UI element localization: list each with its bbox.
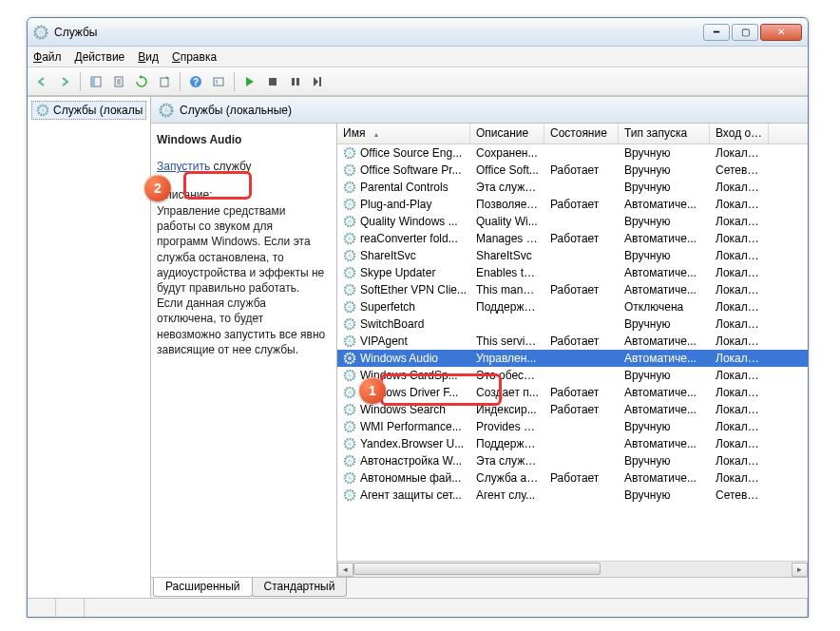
list-body[interactable]: Office Source Eng...Сохранен...ВручнуюЛо… xyxy=(337,144,808,561)
menu-file[interactable]: Файл xyxy=(33,50,62,64)
gear-icon xyxy=(36,104,49,117)
scroll-thumb[interactable] xyxy=(353,563,601,575)
gear-icon xyxy=(343,386,356,399)
service-logon: Локальна xyxy=(710,453,769,468)
service-row[interactable]: Skype UpdaterEnables th...Автоматиче...Л… xyxy=(337,264,808,281)
service-row[interactable]: Office Source Eng...Сохранен...ВручнуюЛо… xyxy=(337,144,808,162)
service-status: Работает xyxy=(544,470,619,486)
service-startup: Вручную xyxy=(619,163,710,178)
service-desc: Поддержи... xyxy=(470,436,544,451)
gear-icon xyxy=(343,163,356,177)
service-logon: Локальна xyxy=(710,265,769,280)
menu-help[interactable]: Справка xyxy=(172,50,217,64)
service-name: Quality Windows ... xyxy=(360,215,458,228)
col-description[interactable]: Описание xyxy=(470,124,544,143)
service-desc: Эта служб... xyxy=(470,453,544,468)
gear-icon xyxy=(343,266,356,279)
back-button[interactable] xyxy=(31,71,52,92)
tab-standard[interactable]: Стандартный xyxy=(252,578,348,597)
col-name[interactable]: Имя ▴ xyxy=(337,124,470,143)
service-startup: Автоматиче... xyxy=(619,351,710,366)
service-logon: Локальна xyxy=(710,385,769,400)
service-row[interactable]: reaConverter fold...Manages r...Работает… xyxy=(337,230,808,247)
service-row[interactable]: Plug-and-PlayПозволяет...РаботаетАвтомат… xyxy=(337,196,808,213)
service-logon: Локальна xyxy=(710,145,769,161)
service-row[interactable]: WMI Performance...Provides p...ВручнуюЛо… xyxy=(337,418,808,435)
services-icon xyxy=(33,25,48,40)
col-logon[interactable]: Вход от и xyxy=(710,124,769,143)
service-desc: This servic... xyxy=(470,334,544,349)
service-row[interactable]: VIPAgentThis servic...РаботаетАвтоматиче… xyxy=(337,333,808,350)
stop-service-button[interactable] xyxy=(262,71,283,92)
service-startup: Вручную xyxy=(619,488,710,503)
refresh-button[interactable] xyxy=(131,71,152,92)
service-row[interactable]: Windows Driver F...Создает п...РаботаетА… xyxy=(337,384,808,401)
restart-service-button[interactable] xyxy=(308,71,329,92)
service-row[interactable]: Автономные фай...Служба ав...РаботаетАвт… xyxy=(337,469,808,487)
service-startup: Вручную xyxy=(619,316,710,332)
service-row[interactable]: Quality Windows ...Quality Wi...ВручнуюЛ… xyxy=(337,213,808,230)
service-row[interactable]: Windows SearchИндексир...РаботаетАвтомат… xyxy=(337,401,808,418)
service-status xyxy=(544,323,619,325)
horizontal-scrollbar[interactable]: ◂ ▸ xyxy=(337,561,808,577)
service-row[interactable]: Windows CardSp...Это обесп...ВручнуюЛока… xyxy=(337,367,808,384)
tree-pane[interactable]: Службы (локалы xyxy=(28,97,151,598)
close-button[interactable]: ✕ xyxy=(760,24,802,41)
svg-point-41 xyxy=(348,339,352,343)
service-desc: Office Soft... xyxy=(470,163,544,178)
service-row[interactable]: Windows AudioУправлен...Автоматиче...Лок… xyxy=(337,350,808,367)
minimize-button[interactable]: ━ xyxy=(703,24,730,41)
properties-button[interactable] xyxy=(108,71,129,92)
show-hide-tree-button[interactable] xyxy=(86,71,106,92)
scroll-right-button[interactable]: ▸ xyxy=(792,563,808,577)
service-row[interactable]: SuperfetchПоддержи...ОтключенаЛокальна xyxy=(337,298,808,316)
service-desc: This mana... xyxy=(470,282,544,297)
svg-point-33 xyxy=(348,271,352,275)
start-link[interactable]: Запустить xyxy=(157,160,210,173)
menu-action[interactable]: Действие xyxy=(75,50,125,64)
svg-point-21 xyxy=(348,168,352,172)
tab-extended[interactable]: Расширенный xyxy=(153,578,253,597)
service-row[interactable]: SwitchBoardВручнуюЛокальна xyxy=(337,316,808,333)
service-row[interactable]: SoftEther VPN Clie...This mana...Работае… xyxy=(337,281,808,298)
service-logon: Локальна xyxy=(710,299,769,315)
service-logon: Локальна xyxy=(710,419,769,434)
maximize-button[interactable]: ▢ xyxy=(732,24,758,41)
service-row[interactable]: Автонастройка W...Эта служб...ВручнуюЛок… xyxy=(337,452,808,469)
service-startup: Вручную xyxy=(619,145,710,161)
service-name: WMI Performance... xyxy=(360,420,462,433)
services-list: Имя ▴ Описание Состояние Тип запуска Вхо… xyxy=(336,124,808,577)
help-button[interactable]: ? xyxy=(185,71,206,92)
menu-view[interactable]: Вид xyxy=(138,50,159,64)
svg-rect-13 xyxy=(319,77,321,86)
gear-icon xyxy=(343,283,356,296)
service-logon: Локальна xyxy=(710,231,769,246)
pause-service-button[interactable] xyxy=(285,71,306,92)
service-status xyxy=(544,220,619,222)
svg-rect-10 xyxy=(269,78,277,86)
service-name: Yandex.Browser U... xyxy=(360,437,464,450)
gear-icon xyxy=(343,471,356,485)
service-row[interactable]: Агент защиты сет...Агент слу...ВручнуюСе… xyxy=(337,487,808,504)
gear-icon xyxy=(343,300,356,314)
service-row[interactable]: Parental ControlsЭта служб...ВручнуюЛока… xyxy=(337,179,808,196)
gear-icon xyxy=(343,335,356,348)
export-button[interactable] xyxy=(154,71,175,92)
scroll-left-button[interactable]: ◂ xyxy=(337,563,353,577)
tree-root-item[interactable]: Службы (локалы xyxy=(31,101,146,120)
service-logon: Локальна xyxy=(710,282,769,297)
service-status xyxy=(544,494,619,496)
toolbar: ? xyxy=(28,67,808,96)
service-row[interactable]: Office Software Pr...Office Soft...Работ… xyxy=(337,162,808,179)
service-name: SwitchBoard xyxy=(360,317,424,331)
col-startup[interactable]: Тип запуска xyxy=(619,124,710,143)
toolbar-extra-button[interactable] xyxy=(208,71,229,92)
forward-button[interactable] xyxy=(54,71,75,92)
col-status[interactable]: Состояние xyxy=(544,124,619,143)
titlebar[interactable]: Службы ━ ▢ ✕ xyxy=(28,18,808,47)
service-row[interactable]: ShareItSvcShareItSvcВручнуюЛокальна xyxy=(337,247,808,264)
service-row[interactable]: Yandex.Browser U...Поддержи...Автоматиче… xyxy=(337,435,808,452)
start-service-button[interactable] xyxy=(239,71,260,92)
svg-point-25 xyxy=(348,202,352,206)
service-desc: Это обесп... xyxy=(470,368,544,383)
